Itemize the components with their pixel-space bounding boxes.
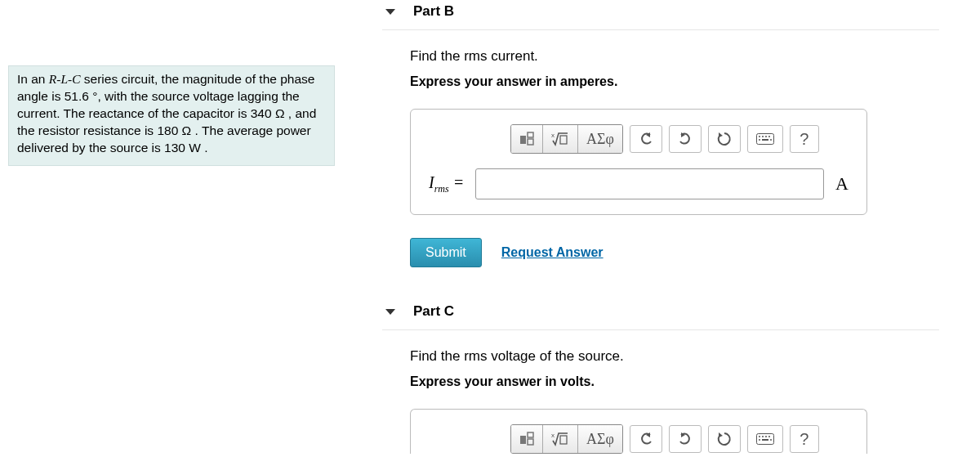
svg-rect-1 (528, 132, 533, 137)
redo-icon (678, 132, 693, 146)
reset-icon (717, 432, 732, 446)
svg-point-20 (762, 436, 764, 437)
radical-button[interactable]: x (543, 125, 578, 153)
request-answer-link[interactable]: Request Answer (501, 245, 604, 260)
equation-toolbar: x ΑΣφ ? (429, 124, 849, 154)
answer-container: x ΑΣφ ? (410, 109, 867, 215)
svg-point-19 (759, 436, 760, 437)
keyboard-icon (756, 433, 774, 445)
problem-statement: In an R-L-C series circuit, the magnitud… (8, 65, 335, 166)
unit-label: A (835, 173, 849, 195)
answer-container: x ΑΣφ ? (410, 409, 867, 454)
svg-point-24 (770, 439, 772, 441)
part-prompt: Find the rms current. (410, 48, 939, 65)
greek-button[interactable]: ΑΣφ (578, 125, 622, 153)
keyboard-icon (756, 133, 774, 145)
radical-icon: x (551, 432, 569, 446)
svg-rect-25 (762, 439, 768, 441)
part-header-b[interactable]: Part B (382, 0, 939, 30)
svg-point-8 (765, 136, 767, 137)
submit-button[interactable]: Submit (410, 238, 482, 267)
templates-icon (519, 432, 534, 446)
reset-button[interactable] (708, 425, 741, 453)
svg-rect-4 (560, 136, 567, 144)
greek-button[interactable]: ΑΣφ (578, 425, 622, 453)
svg-rect-13 (520, 436, 526, 444)
undo-button[interactable] (630, 425, 662, 453)
keyboard-button[interactable] (747, 125, 783, 153)
undo-icon (639, 132, 653, 146)
svg-point-10 (759, 139, 760, 141)
part-instruction: Express your answer in volts. (410, 374, 939, 389)
svg-rect-17 (560, 436, 567, 444)
svg-point-11 (770, 139, 772, 141)
caret-down-icon (385, 309, 395, 315)
part-prompt: Find the rms voltage of the source. (410, 348, 939, 365)
redo-button[interactable] (669, 125, 702, 153)
reset-button[interactable] (708, 125, 741, 153)
undo-icon (639, 432, 653, 446)
svg-point-6 (759, 136, 760, 137)
svg-point-9 (768, 136, 770, 137)
part-title: Part C (413, 303, 454, 320)
caret-down-icon (385, 9, 395, 15)
part-title: Part B (413, 3, 454, 20)
radical-button[interactable]: x (543, 425, 578, 453)
part-header-c[interactable]: Part C (382, 300, 939, 330)
help-button[interactable]: ? (790, 125, 819, 153)
svg-rect-0 (520, 136, 526, 144)
equation-toolbar: x ΑΣφ ? (429, 424, 849, 454)
templates-button[interactable] (511, 125, 543, 153)
svg-text:x: x (551, 132, 555, 139)
templates-icon (519, 132, 534, 146)
svg-point-22 (768, 436, 770, 437)
svg-point-23 (759, 439, 760, 441)
svg-rect-14 (528, 432, 533, 437)
svg-rect-12 (762, 139, 768, 141)
redo-button[interactable] (669, 425, 702, 453)
undo-button[interactable] (630, 125, 662, 153)
help-button[interactable]: ? (790, 425, 819, 453)
redo-icon (678, 432, 693, 446)
radical-icon: x (551, 132, 569, 146)
svg-rect-2 (528, 139, 533, 145)
svg-text:x: x (551, 432, 555, 439)
svg-point-21 (765, 436, 767, 437)
keyboard-button[interactable] (747, 425, 783, 453)
svg-point-7 (762, 136, 764, 137)
svg-rect-15 (528, 439, 533, 445)
templates-button[interactable] (511, 425, 543, 453)
reset-icon (717, 132, 732, 146)
part-instruction: Express your answer in amperes. (410, 74, 939, 89)
answer-input[interactable] (475, 168, 824, 199)
variable-label: Irms = (429, 173, 464, 195)
